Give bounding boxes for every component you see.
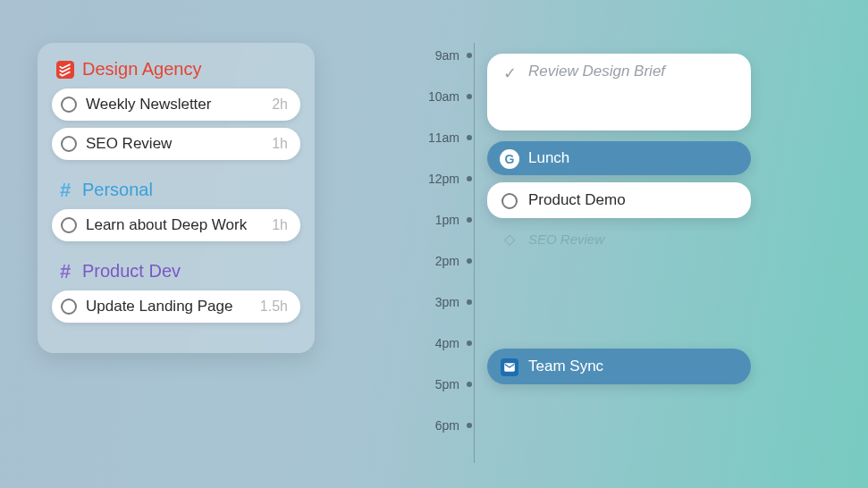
ghost-icon: ◇	[500, 230, 519, 249]
event-lunch[interactable]: G Lunch	[487, 141, 751, 175]
hour-row: 2pm	[416, 254, 827, 268]
event-team[interactable]: Team Sync	[487, 349, 751, 384]
hour-label: 10am	[416, 89, 465, 104]
outlook-icon	[500, 358, 519, 377]
hour-label: 5pm	[416, 377, 465, 391]
hour-row: 6pm	[416, 418, 827, 433]
hour-label: 11am	[416, 130, 465, 145]
task-duration: 1h	[272, 136, 288, 152]
task-item[interactable]: Learn about Deep Work 1h	[52, 209, 300, 241]
hour-dot-icon	[467, 382, 472, 387]
task-item[interactable]: Weekly Newsletter 2h	[52, 88, 300, 121]
checkbox-icon[interactable]	[61, 217, 77, 233]
task-title: SEO Review	[86, 135, 265, 153]
hour-dot-icon	[467, 341, 472, 346]
hour-label: 9am	[416, 48, 465, 63]
check-icon: ✓	[500, 63, 519, 83]
timeline-axis	[474, 43, 475, 463]
group-label: Personal	[82, 180, 153, 200]
task-panel: Design Agency Weekly Newsletter 2h SEO R…	[38, 43, 315, 353]
hour-label: 6pm	[416, 418, 465, 433]
group-header-design[interactable]: Design Agency	[55, 59, 297, 80]
hour-dot-icon	[467, 94, 472, 99]
checkbox-icon[interactable]	[61, 299, 77, 315]
event-title: Review Design Brief	[528, 63, 665, 80]
hash-icon: #	[55, 262, 75, 282]
task-duration: 1.5h	[260, 299, 288, 315]
hash-icon: #	[55, 181, 75, 200]
group-header-personal[interactable]: # Personal	[55, 180, 297, 200]
todoist-icon	[55, 60, 75, 80]
hour-row: 3pm	[416, 295, 827, 309]
task-title: Weekly Newsletter	[86, 96, 265, 114]
hour-label: 4pm	[416, 336, 465, 350]
task-duration: 1h	[272, 217, 288, 233]
event-demo[interactable]: Product Demo	[487, 182, 751, 218]
checkbox-icon[interactable]	[500, 191, 519, 211]
group-label: Product Dev	[82, 261, 181, 282]
checkbox-icon[interactable]	[61, 136, 77, 152]
task-title: Learn about Deep Work	[86, 216, 265, 234]
timeline: 9am 10am 11am 12pm 1pm 2pm 3pm 4pm 5pm 6…	[416, 43, 827, 463]
event-title: Team Sync	[528, 358, 603, 375]
group-label: Design Agency	[82, 59, 201, 80]
task-item[interactable]: Update Landing Page 1.5h	[52, 290, 300, 323]
hour-dot-icon	[467, 258, 472, 264]
hour-label: 1pm	[416, 213, 465, 227]
group-header-product[interactable]: # Product Dev	[55, 261, 297, 282]
hour-dot-icon	[467, 135, 472, 140]
task-item[interactable]: SEO Review 1h	[52, 128, 300, 160]
hour-dot-icon	[467, 217, 472, 223]
hour-label: 3pm	[416, 295, 465, 309]
checkbox-icon[interactable]	[61, 97, 77, 113]
task-title: Update Landing Page	[86, 298, 253, 316]
task-duration: 2h	[272, 97, 288, 113]
hour-dot-icon	[467, 53, 472, 58]
hour-dot-icon	[467, 423, 472, 428]
event-ghost[interactable]: ◇ SEO Review	[487, 225, 751, 252]
hour-dot-icon	[467, 176, 472, 181]
google-icon: G	[500, 149, 519, 169]
event-title: Lunch	[528, 149, 569, 167]
event-title: SEO Review	[528, 231, 604, 247]
hour-label: 2pm	[416, 254, 465, 268]
hour-label: 12pm	[416, 172, 465, 186]
event-title: Product Demo	[528, 191, 626, 209]
event-review[interactable]: ✓ Review Design Brief	[487, 54, 751, 130]
hour-dot-icon	[467, 299, 472, 305]
